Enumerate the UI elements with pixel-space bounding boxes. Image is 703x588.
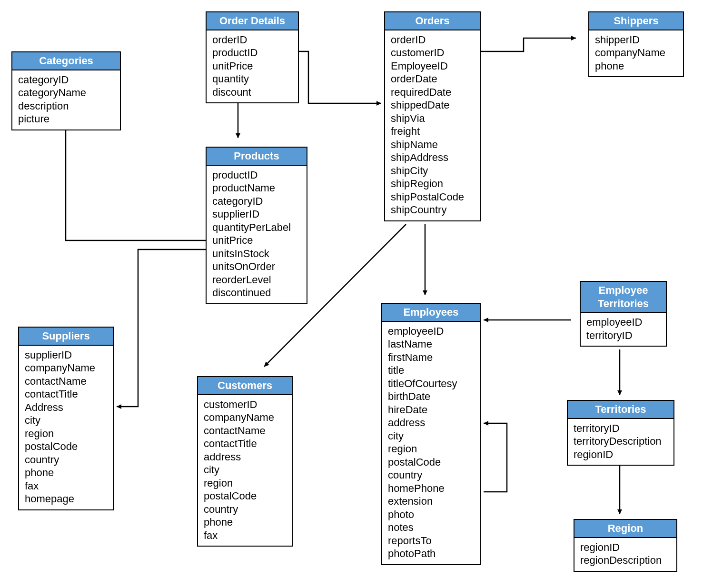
field-row: orderDate	[391, 72, 475, 86]
table-employees-body: employeeIDlastNamefirstNametitletitleOfC…	[382, 322, 480, 564]
field-row: requiredDate	[391, 86, 475, 99]
field-row: country	[25, 453, 108, 467]
field-row: region	[204, 477, 287, 490]
field-row: shipRegion	[391, 177, 475, 190]
table-customers-body: customerIDcompanyNamecontactNamecontactT…	[198, 395, 292, 546]
table-products: Products productIDproductNamecategoryIDs…	[206, 147, 307, 304]
field-row: homepage	[25, 492, 108, 506]
field-row: contactName	[25, 375, 108, 388]
field-row: EmployeeID	[391, 60, 475, 73]
field-row: orderID	[391, 33, 475, 47]
table-customers: Customers customerIDcompanyNamecontactNa…	[197, 376, 293, 547]
table-employee-territories-header: Employee Territories	[581, 282, 666, 313]
field-row: shipPostalCode	[391, 190, 475, 204]
field-row: region	[388, 442, 475, 456]
table-region-header: Region	[574, 520, 676, 538]
field-row: categoryID	[18, 73, 115, 87]
table-order-details-body: orderIDproductIDunitPricequantitydiscoun…	[207, 30, 298, 103]
field-row: regionID	[580, 541, 672, 554]
field-row: postalCode	[388, 456, 475, 469]
field-row: quantityPerLabel	[212, 221, 302, 234]
table-order-details: Order Details orderIDproductIDunitPriceq…	[206, 11, 299, 103]
field-row: territoryID	[586, 329, 661, 342]
field-row: contactTitle	[204, 437, 287, 450]
field-row: fax	[25, 479, 108, 493]
field-row: address	[204, 450, 287, 464]
field-row: titleOfCourtesy	[388, 377, 475, 390]
field-row: region	[25, 427, 108, 440]
field-row: city	[204, 463, 287, 477]
field-row: customerID	[204, 398, 287, 411]
field-row: description	[18, 100, 115, 113]
table-orders-header: Orders	[385, 12, 480, 30]
table-region: Region regionIDregionDescription	[574, 519, 677, 572]
connector-products-to-categories	[66, 125, 206, 240]
field-row: phone	[595, 60, 678, 73]
field-row: productID	[212, 169, 302, 182]
field-row: fax	[204, 529, 287, 542]
field-row: regionDescription	[580, 554, 672, 567]
field-row: discount	[212, 86, 293, 99]
field-row: postalCode	[25, 440, 108, 453]
field-row: employeeID	[388, 325, 475, 338]
field-row: unitsOnOrder	[212, 260, 302, 273]
connector-orders-to-shippers	[481, 38, 576, 51]
field-row: shipCountry	[391, 203, 475, 217]
table-suppliers-header: Suppliers	[19, 328, 113, 346]
table-categories-header: Categories	[12, 52, 120, 70]
table-customers-header: Customers	[198, 377, 292, 395]
field-row: city	[388, 429, 475, 443]
field-row: reorderLevel	[212, 273, 302, 287]
field-row: contactName	[204, 424, 287, 438]
table-products-header: Products	[207, 148, 307, 166]
table-territories-body: territoryIDterritoryDescriptionregionID	[568, 419, 673, 465]
field-row: productName	[212, 181, 302, 195]
field-row: lastName	[388, 338, 475, 351]
table-orders: Orders orderIDcustomerIDEmployeeIDorderD…	[384, 11, 481, 221]
table-shippers-header: Shippers	[589, 12, 683, 30]
field-row: reportsTo	[388, 534, 475, 548]
field-row: companyName	[595, 46, 678, 60]
table-employee-territories-body: employeeIDterritoryID	[581, 313, 666, 346]
table-order-details-header: Order Details	[207, 12, 298, 30]
field-row: picture	[18, 112, 115, 126]
field-row: phone	[25, 466, 108, 479]
table-shippers: Shippers shipperIDcompanyNamephone	[588, 11, 684, 77]
table-employees: Employees employeeIDlastNamefirstNametit…	[381, 303, 481, 565]
table-categories: Categories categoryIDcategoryNamedescrip…	[11, 51, 121, 130]
field-row: unitsInStock	[212, 247, 302, 260]
field-row: shipCity	[391, 164, 475, 178]
field-row: categoryID	[212, 195, 302, 208]
table-employee-territories: Employee Territories employeeIDterritory…	[580, 281, 667, 347]
field-row: firstName	[388, 351, 475, 364]
field-row: shipperID	[595, 33, 678, 47]
field-row: photo	[388, 508, 475, 521]
field-row: unitPrice	[212, 60, 293, 73]
field-row: regionID	[574, 448, 669, 461]
table-suppliers-body: supplierIDcompanyNamecontactNamecontactT…	[19, 346, 113, 509]
field-row: shipAddress	[391, 151, 475, 164]
field-row: supplierID	[25, 349, 108, 362]
field-row: customerID	[391, 46, 475, 60]
field-row: shipName	[391, 138, 475, 151]
field-row: photoPath	[388, 547, 475, 560]
field-row: shippedDate	[391, 99, 475, 112]
table-products-body: productIDproductNamecategoryIDsupplierID…	[207, 166, 307, 303]
field-row: companyName	[25, 361, 108, 375]
field-row: quantity	[212, 72, 293, 86]
table-territories-header: Territories	[568, 401, 673, 419]
connector-products-to-suppliers	[117, 249, 206, 407]
field-row: city	[25, 414, 108, 427]
connector-employees-self	[484, 423, 507, 492]
field-row: territoryID	[574, 422, 669, 435]
field-row: notes	[388, 521, 475, 534]
field-row: shipVia	[391, 112, 475, 125]
field-row: discontinued	[212, 286, 302, 299]
field-row: productID	[212, 46, 293, 60]
field-row: employeeID	[586, 316, 661, 329]
table-orders-body: orderIDcustomerIDEmployeeIDorderDaterequ…	[385, 30, 480, 220]
table-suppliers: Suppliers supplierIDcompanyNamecontactNa…	[18, 327, 114, 510]
field-row: orderID	[212, 33, 293, 47]
field-row: extension	[388, 495, 475, 508]
er-diagram-canvas: Categories categoryIDcategoryNamedescrip…	[0, 0, 703, 588]
